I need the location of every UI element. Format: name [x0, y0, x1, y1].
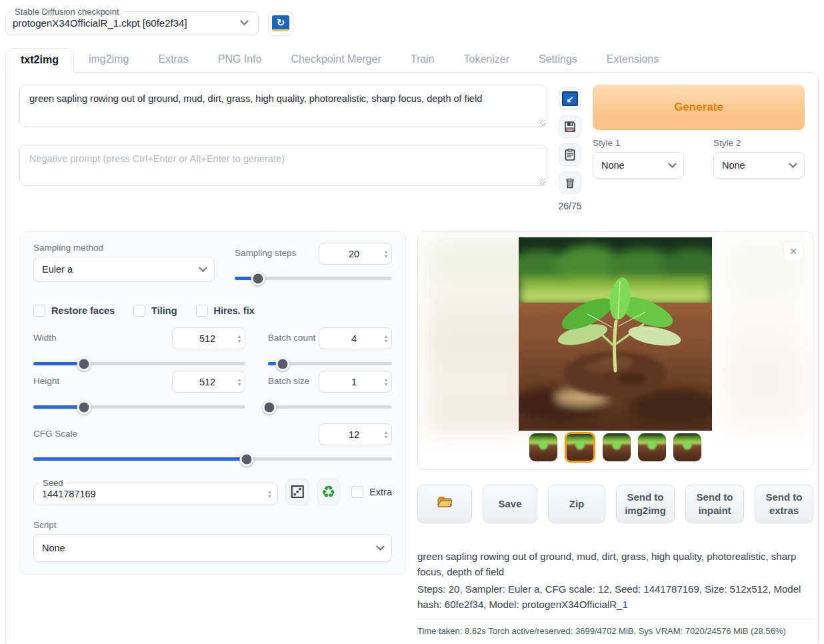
cfg-scale-input[interactable]: 12 ▴▾ [319, 423, 392, 445]
sampling-steps-slider[interactable] [235, 277, 392, 280]
style1-select[interactable]: None [593, 152, 684, 179]
tab-extensions[interactable]: Extensions [592, 48, 673, 72]
batch-count-input[interactable]: 4 ▴▾ [319, 327, 392, 349]
tab-train[interactable]: Train [396, 48, 449, 72]
random-seed-button[interactable]: ⚂ [285, 479, 309, 505]
chevron-down-icon [668, 159, 677, 168]
generate-button[interactable]: Generate [593, 85, 805, 130]
chevron-down-icon [789, 159, 797, 168]
paste-arrow-icon: ↙ [562, 91, 578, 106]
batch-count-slider[interactable] [268, 362, 392, 365]
script-value: None [42, 543, 65, 553]
batch-size-label: Batch size [268, 376, 309, 386]
script-label: Script [33, 520, 392, 530]
tab-txt2img[interactable]: txt2img [5, 48, 74, 73]
reuse-seed-button[interactable]: ♻ [317, 479, 340, 505]
save-style-button[interactable] [559, 115, 581, 138]
prompt-input[interactable]: green sapling rowing out of ground, mud,… [19, 85, 547, 127]
checkbox-icon [133, 305, 145, 317]
clear-prompt-button[interactable] [559, 171, 581, 194]
width-input[interactable]: 512 ▴▾ [172, 327, 245, 349]
send-to-extras-button[interactable]: Send to extras [755, 485, 813, 523]
sampling-method-select[interactable]: Euler a [33, 257, 215, 282]
thumbnail-3[interactable] [603, 433, 631, 461]
zip-button[interactable]: Zip [548, 485, 605, 523]
folder-icon [437, 495, 453, 509]
tab-checkpoint-merger[interactable]: Checkpoint Merger [277, 48, 396, 72]
open-folder-button[interactable] [417, 485, 472, 523]
style2-value: None [722, 160, 745, 171]
apply-style-button[interactable] [559, 143, 581, 166]
style2-label: Style 2 [713, 138, 805, 148]
thumbnail-4[interactable] [638, 433, 666, 461]
tab-bar: txt2img img2img Extras PNG Info Checkpoi… [5, 48, 824, 72]
extra-seed-checkbox[interactable]: Extra [351, 486, 392, 498]
generated-image[interactable] [519, 237, 712, 431]
restore-faces-checkbox[interactable]: Restore faces [33, 305, 115, 317]
batch-size-slider[interactable] [268, 405, 392, 409]
tab-settings[interactable]: Settings [524, 48, 592, 72]
dice-icon: ⚂ [290, 483, 305, 501]
checkbox-icon [196, 305, 208, 317]
sampling-method-label: Sampling method [33, 243, 215, 253]
trash-icon [563, 176, 577, 189]
checkpoint-field: Stable Diffusion checkpoint protogenX34O… [5, 7, 259, 35]
width-label: Width [33, 333, 57, 343]
negative-prompt-input[interactable] [19, 145, 547, 186]
sampling-steps-input[interactable]: 20 ▴▾ [319, 243, 392, 265]
checkbox-icon [351, 486, 363, 498]
style2-select[interactable]: None [713, 152, 805, 179]
tab-tokenizer[interactable]: Tokenizer [449, 48, 524, 72]
stepper-arrows[interactable]: ▴▾ [235, 377, 241, 387]
cfg-scale-slider[interactable] [33, 457, 392, 461]
tiling-checkbox[interactable]: Tiling [133, 305, 177, 317]
batch-count-label: Batch count [268, 333, 315, 343]
info-prompt: green sapling rowing out of ground, mud,… [417, 549, 813, 580]
generation-info: green sapling rowing out of ground, mud,… [417, 549, 813, 638]
sampling-method-value: Euler a [42, 264, 73, 275]
stepper-arrows[interactable]: ▴▾ [265, 489, 271, 499]
token-counter: 26/75 [558, 201, 581, 211]
info-params: Steps: 20, Sampler: Euler a, CFG scale: … [417, 581, 813, 613]
checkpoint-select[interactable]: protogenX34OfficialR_1.ckpt [60fe2f34] [6, 17, 258, 35]
info-time: Time taken: 8.62s Torch active/reserved:… [417, 619, 813, 638]
send-to-inpaint-button[interactable]: Send to inpaint [685, 485, 744, 523]
chevron-down-icon [240, 17, 249, 25]
stepper-arrows[interactable]: ▴▾ [382, 249, 387, 259]
paste-params-button[interactable]: ↙ [559, 87, 581, 110]
stepper-arrows[interactable]: ▴▾ [382, 334, 387, 343]
refresh-icon: ↻ [272, 15, 289, 31]
txt2img-panel: green sapling rowing out of ground, mud,… [5, 72, 819, 644]
stepper-arrows[interactable]: ▴▾ [382, 377, 387, 387]
tab-png-info[interactable]: PNG Info [203, 48, 277, 72]
image-gallery: × [417, 231, 813, 470]
image-actions: Save Zip Send to img2img Send to inpaint… [417, 485, 813, 523]
thumbnail-2-selected[interactable] [565, 432, 595, 463]
thumbnail-5[interactable] [673, 433, 701, 461]
seed-input[interactable]: 1441787169 ▴▾ [34, 488, 277, 505]
save-button[interactable]: Save [483, 485, 537, 523]
seed-label: Seed [39, 478, 66, 488]
refresh-checkpoints-button[interactable]: ↻ [268, 11, 293, 36]
stepper-arrows[interactable]: ▴▾ [382, 430, 387, 439]
height-slider[interactable] [33, 405, 245, 409]
hires-fix-checkbox[interactable]: Hires. fix [196, 305, 255, 317]
height-input[interactable]: 512 ▴▾ [172, 371, 245, 393]
stepper-arrows[interactable]: ▴▾ [235, 334, 241, 343]
thumbnail-1[interactable] [529, 433, 557, 461]
tab-extras[interactable]: Extras [143, 48, 203, 72]
cfg-scale-label: CFG Scale [33, 429, 77, 439]
send-to-img2img-button[interactable]: Send to img2img [616, 485, 675, 523]
recycle-icon: ♻ [321, 484, 336, 500]
tab-img2img[interactable]: img2img [74, 48, 143, 72]
script-select[interactable]: None [33, 534, 392, 562]
thumbnail-strip [418, 433, 813, 463]
checkpoint-value: protogenX34OfficialR_1.ckpt [60fe2f34] [13, 17, 187, 29]
seed-field: Seed 1441787169 ▴▾ [33, 478, 278, 505]
close-gallery-button[interactable]: × [783, 241, 803, 261]
batch-size-input[interactable]: 1 ▴▾ [319, 371, 392, 393]
style1-label: Style 1 [593, 138, 684, 148]
close-icon: × [789, 244, 797, 259]
width-slider[interactable] [33, 362, 245, 365]
style1-value: None [601, 160, 625, 171]
